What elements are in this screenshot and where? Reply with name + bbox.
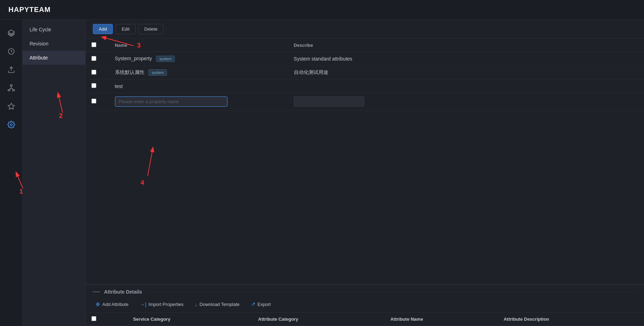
icon-sidebar [0,20,22,326]
import-icon: →| [140,301,146,307]
row4-describe-cell [288,93,644,111]
svg-line-7 [9,88,11,90]
property-name-input[interactable] [115,96,227,107]
svg-rect-5 [12,90,14,91]
section-divider [93,291,100,292]
bottom-toolbar: ⊕ Add Attribute →| Import Properties ↓ D… [86,297,644,312]
sidebar-icon-network[interactable] [4,80,19,96]
add-button[interactable]: Add [93,24,113,34]
row1-checkbox-cell [86,52,109,66]
col-attribute-name: Attribute Name [385,313,498,326]
nav-sidebar: Life Cycle Revision Attribute [22,20,86,326]
row4-checkbox[interactable] [91,99,96,104]
edit-button[interactable]: Edit [116,24,135,34]
col-attribute-category: Attribute Category [252,313,385,326]
row4-checkbox-cell [86,93,109,111]
delete-button[interactable]: Delete [139,24,164,34]
bottom-section: Attribute Details ⊕ Add Attribute →| Imp… [86,284,644,326]
main-layout: Life Cycle Revision Attribute Add Edit D… [0,20,644,326]
row3-name: test [109,80,288,93]
main-table: Name Describe System_property system [86,39,644,111]
app-logo: HAPYTEAM [8,6,51,14]
bottom-table: Service Category Attribute Category Attr… [86,312,644,326]
section-header: Attribute Details [86,285,644,297]
nav-item-revision[interactable]: Revision [22,37,85,51]
col-attribute-description: Attribute Description [498,313,644,326]
sidebar-icon-star[interactable] [4,99,19,114]
download-icon: ↓ [195,301,198,307]
download-template-label: Download Template [200,302,240,307]
sidebar-icon-layers[interactable] [4,25,19,41]
section-title: Attribute Details [104,289,142,295]
main-content: Add Edit Delete Name Describe [86,20,644,326]
row2-tag: system [148,69,167,76]
row3-describe [288,80,644,93]
row2-checkbox[interactable] [91,70,96,75]
col-checkbox [86,39,109,52]
sidebar-icon-gear[interactable] [4,117,19,132]
row2-describe: 自动化测试用途 [288,66,644,80]
import-properties-label: Import Properties [148,302,183,307]
bottom-select-all[interactable] [91,316,96,321]
table-row-input [86,93,644,111]
row2-checkbox-cell [86,66,109,80]
col-describe-header: Describe [288,39,644,52]
export-label: Export [258,302,271,307]
col-name-header: Name [109,39,288,52]
main-toolbar: Add Edit Delete [86,20,644,39]
nav-item-attribute[interactable]: Attribute [22,51,85,65]
table-row: System_property system System standard a… [86,52,644,66]
section-line [146,292,637,292]
bottom-checkbox-col [86,313,127,326]
download-template-button[interactable]: ↓ Download Template [192,300,242,309]
svg-line-8 [11,88,13,90]
svg-rect-4 [8,90,10,91]
select-all-checkbox[interactable] [91,42,96,47]
svg-rect-3 [10,85,12,86]
property-desc-input[interactable] [294,96,364,107]
topbar: HAPYTEAM [0,0,644,20]
row1-name: System_property system [109,52,288,66]
sidebar-icon-clock[interactable] [4,44,19,59]
main-table-area: Name Describe System_property system [86,39,644,284]
row1-checkbox[interactable] [91,56,96,61]
table-row: test [86,80,644,93]
add-attribute-button[interactable]: ⊕ Add Attribute [93,300,131,309]
row3-checkbox[interactable] [91,83,96,88]
sidebar-icon-export[interactable] [4,62,19,77]
row2-name: 系统默认属性 system [109,66,288,80]
table-row: 系统默认属性 system 自动化测试用途 [86,66,644,80]
svg-marker-9 [8,103,14,109]
row4-name-cell [109,93,288,111]
col-service-category: Service Category [127,313,252,326]
add-attribute-label: Add Attribute [102,302,128,307]
row1-describe: System standard attributes [288,52,644,66]
nav-item-lifecycle[interactable]: Life Cycle [22,23,85,37]
export-button[interactable]: ↗ Export [248,300,274,309]
export-icon: ↗ [251,301,256,307]
row3-checkbox-cell [86,80,109,93]
add-attribute-icon: ⊕ [96,301,100,307]
svg-point-10 [10,124,12,126]
row1-tag: system [156,56,175,62]
import-properties-button[interactable]: →| Import Properties [137,300,186,309]
